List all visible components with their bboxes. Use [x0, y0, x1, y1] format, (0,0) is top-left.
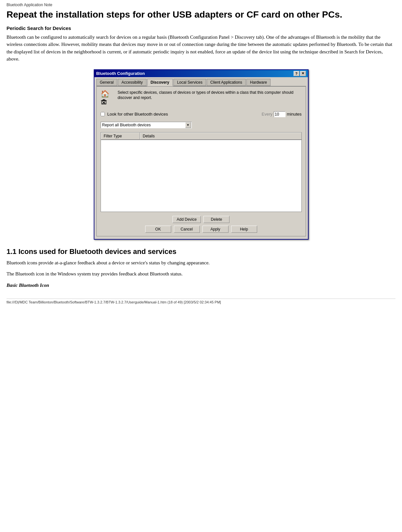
section2-para2: The Bluetooth icon in the Windows system…: [7, 270, 395, 278]
section1-heading: Periodic Search for Devices: [7, 25, 395, 31]
tab-local-services[interactable]: Local Services: [173, 79, 206, 86]
add-device-button[interactable]: Add Device: [173, 216, 201, 223]
tab-client-applications[interactable]: Client Applications: [207, 79, 246, 86]
tab-content-discovery: 🏠🏚 Select specific devices, classes of d…: [96, 87, 306, 236]
filter-table-header: Filter Type Details: [101, 133, 301, 140]
minutes-label: minutes: [287, 112, 302, 117]
tab-discovery[interactable]: Discovery: [147, 79, 173, 86]
cancel-button[interactable]: Cancel: [174, 226, 200, 233]
bluetooth-config-dialog: Bluetooth Configuration ? ✕ General Acce…: [94, 69, 309, 240]
checkbox-row: Look for other Bluetooth devices Every m…: [101, 111, 302, 117]
section2-title: 1.1 Icons used for Bluetooth devices and…: [7, 247, 395, 256]
tab-general[interactable]: General: [96, 79, 118, 86]
dialog-help-button[interactable]: ?: [294, 71, 299, 76]
add-delete-btn-row: Add Device Delete: [101, 216, 302, 223]
ok-button[interactable]: OK: [145, 226, 171, 233]
page-title: Repeat the installation steps for other …: [7, 9, 395, 20]
dialog-close-button[interactable]: ✕: [300, 71, 306, 76]
dialog-body: General Accessibility Discovery Local Se…: [94, 77, 308, 239]
tab-hardware[interactable]: Hardware: [246, 79, 270, 86]
apply-button[interactable]: Apply: [202, 226, 229, 233]
section1-paragraph: Bluetooth can be configured to automatic…: [7, 34, 395, 63]
filter-body: [101, 140, 301, 212]
page-header: Bluetooth Application Note: [7, 3, 395, 7]
house-icons: 🏠🏚: [101, 90, 115, 107]
filter-table: Filter Type Details: [101, 132, 302, 212]
discovery-description-area: 🏠🏚 Select specific devices, classes of d…: [101, 90, 302, 107]
section2-para3: Basic Bluetooth Icon: [7, 282, 395, 289]
tab-accessibility[interactable]: Accessibility: [118, 79, 146, 86]
checkbox-label: Look for other Bluetooth devices: [107, 112, 168, 117]
discovery-description-text: Select specific devices, classes of devi…: [118, 90, 301, 101]
look-for-devices-checkbox[interactable]: [101, 112, 105, 116]
minutes-input[interactable]: [274, 111, 285, 117]
report-devices-dropdown[interactable]: Report all Bluetooth devices: [101, 122, 192, 128]
section2-para1: Bluetooth icons provide at-a-glance feed…: [7, 259, 395, 267]
help-button[interactable]: Help: [231, 226, 257, 233]
dialog-title: Bluetooth Configuration: [96, 71, 145, 76]
filter-col-details[interactable]: Details: [140, 133, 301, 140]
filter-col-filter-type[interactable]: Filter Type: [101, 133, 140, 140]
dropdown-row: Report all Bluetooth devices ▼: [101, 122, 302, 128]
ok-cancel-apply-help-row: OK Cancel Apply Help: [101, 226, 302, 233]
delete-button[interactable]: Delete: [203, 216, 229, 223]
page-footer: file:///D|/MDC Team/Billionton/Bluetooth…: [7, 299, 395, 304]
tabs-row: General Accessibility Discovery Local Se…: [96, 78, 306, 87]
every-label: Every: [262, 112, 272, 117]
dialog-titlebar: Bluetooth Configuration ? ✕: [94, 70, 308, 77]
